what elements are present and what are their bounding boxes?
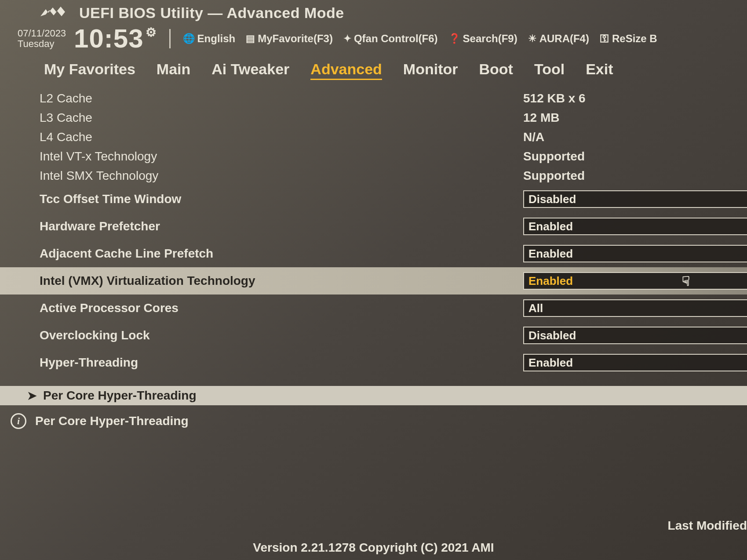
key-icon: ⚿ (600, 33, 609, 44)
list-icon: ▤ (246, 33, 255, 44)
info-value: 512 KB x 6 (523, 91, 586, 105)
toolbar-search-label: Search(F9) (463, 33, 517, 45)
app-title: UEFI BIOS Utility — Advanced Mode (79, 4, 344, 22)
divider (169, 29, 171, 48)
globe-icon: 🌐 (183, 33, 195, 44)
toolbar-qfan[interactable]: ✦ Qfan Control(F6) (343, 33, 438, 45)
option-dropdown[interactable]: Disabled (523, 190, 747, 208)
tab-boot[interactable]: Boot (479, 61, 513, 80)
help-text: Per Core Hyper-Threading (35, 414, 189, 428)
toolbar: 🌐 English ▤ MyFavorite(F3) ✦ Qfan Contro… (183, 33, 738, 45)
info-row-l2-cache: L2 Cache 512 KB x 6 (0, 89, 747, 108)
info-label: Intel VT-x Technology (40, 149, 523, 164)
time-text: 10:53 (74, 23, 143, 54)
option-label: Intel (VMX) Virtualization Technology (40, 274, 523, 288)
toolbar-language[interactable]: 🌐 English (183, 33, 236, 45)
tab-my-favorites[interactable]: My Favorites (44, 61, 135, 80)
date-text: 07/11/2023 (18, 28, 66, 38)
option-dropdown[interactable]: Enabled (523, 354, 747, 371)
footer: Last Modified Version 2.21.1278 Copyrigh… (0, 507, 747, 560)
info-row-smx: Intel SMX Technology Supported (0, 166, 747, 185)
option-label: Hyper-Threading (40, 356, 523, 370)
submenu-label: Per Core Hyper-Threading (43, 389, 197, 403)
toolbar-myfavorite[interactable]: ▤ MyFavorite(F3) (246, 33, 333, 45)
option-hardware-prefetcher[interactable]: Hardware Prefetcher Enabled (0, 213, 747, 240)
toolbar-language-label: English (197, 33, 236, 45)
toolbar-search[interactable]: ❓ Search(F9) (448, 33, 517, 45)
info-label: L2 Cache (40, 91, 523, 105)
gear-icon[interactable]: ⚙ (146, 25, 157, 40)
option-intel-vmx-virtualization[interactable]: Intel (VMX) Virtualization Technology En… (0, 267, 747, 295)
info-value: Supported (523, 169, 585, 183)
option-label: Overclocking Lock (40, 328, 523, 342)
question-icon: ❓ (448, 33, 460, 44)
info-row-l4-cache: L4 Cache N/A (0, 127, 747, 147)
info-icon: i (11, 413, 26, 429)
chevron-right-icon: ➤ (27, 389, 37, 403)
tab-exit[interactable]: Exit (586, 61, 613, 80)
toolbar-aura[interactable]: ☀ AURA(F4) (528, 33, 589, 45)
option-active-processor-cores[interactable]: Active Processor Cores All (0, 295, 747, 322)
toolbar-myfavorite-label: MyFavorite(F3) (258, 33, 333, 45)
day-text: Tuesday (18, 39, 66, 49)
option-dropdown[interactable]: Enabled (523, 245, 747, 262)
info-value: 12 MB (523, 111, 559, 125)
sun-icon: ☀ (528, 33, 537, 44)
info-row-vtx: Intel VT-x Technology Supported (0, 147, 747, 166)
toolbar-resize[interactable]: ⚿ ReSize B (600, 33, 657, 45)
fan-icon: ✦ (343, 33, 351, 44)
info-value: N/A (523, 130, 544, 144)
option-overclocking-lock[interactable]: Overclocking Lock Disabled (0, 322, 747, 349)
info-label: Intel SMX Technology (40, 169, 523, 183)
option-label: Tcc Offset Time Window (40, 192, 523, 206)
info-label: L3 Cache (40, 111, 523, 125)
submenu-per-core-hyper-threading[interactable]: ➤ Per Core Hyper-Threading (0, 386, 747, 405)
option-value: Enabled (528, 274, 573, 288)
info-row-l3-cache: L3 Cache 12 MB (0, 108, 747, 127)
tab-ai-tweaker[interactable]: Ai Tweaker (211, 61, 289, 80)
last-modified-label[interactable]: Last Modified (668, 519, 747, 533)
tab-monitor[interactable]: Monitor (403, 61, 458, 80)
clock: 10:53 ⚙ (74, 23, 157, 54)
info-label: L4 Cache (40, 130, 523, 144)
settings-panel: L2 Cache 512 KB x 6 L3 Cache 12 MB L4 Ca… (0, 85, 747, 405)
option-dropdown[interactable]: Enabled ☟ (523, 272, 747, 290)
main-tabs: My Favorites Main Ai Tweaker Advanced Mo… (9, 58, 738, 85)
option-label: Active Processor Cores (40, 301, 523, 315)
tab-tool[interactable]: Tool (534, 61, 565, 80)
brand-logo (40, 7, 66, 20)
version-text: Version 2.21.1278 Copyright (C) 2021 AMI (253, 541, 494, 555)
toolbar-resize-label: ReSize B (612, 33, 657, 45)
option-hyper-threading[interactable]: Hyper-Threading Enabled (0, 349, 747, 376)
help-panel: i Per Core Hyper-Threading (0, 405, 747, 429)
date-block: 07/11/2023 Tuesday (18, 28, 66, 48)
hand-cursor-icon: ☟ (682, 273, 690, 289)
tab-main[interactable]: Main (157, 61, 190, 80)
toolbar-qfan-label: Qfan Control(F6) (354, 33, 438, 45)
option-tcc-offset-time-window[interactable]: Tcc Offset Time Window Disabled (0, 185, 747, 213)
option-adjacent-cache-line-prefetch[interactable]: Adjacent Cache Line Prefetch Enabled (0, 240, 747, 267)
option-dropdown[interactable]: Disabled (523, 327, 747, 344)
option-dropdown[interactable]: Enabled (523, 218, 747, 235)
option-dropdown[interactable]: All (523, 299, 747, 317)
option-label: Adjacent Cache Line Prefetch (40, 247, 523, 261)
toolbar-aura-label: AURA(F4) (539, 33, 589, 45)
info-value: Supported (523, 149, 585, 164)
option-label: Hardware Prefetcher (40, 219, 523, 233)
tab-advanced[interactable]: Advanced (310, 61, 382, 80)
